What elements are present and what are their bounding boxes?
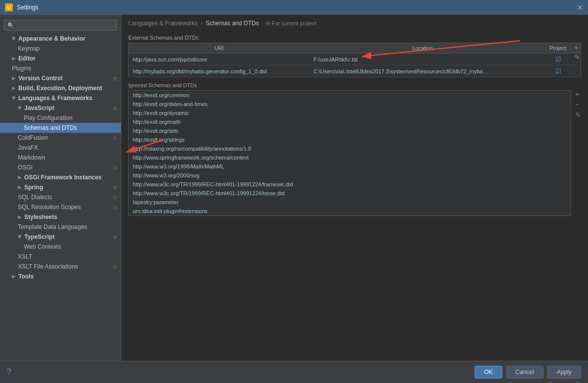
sidebar-item-javafx[interactable]: JavaFX — [0, 143, 121, 153]
arrow-icon: ▶ — [18, 215, 21, 219]
ignored-actions: + − ✎ — [575, 90, 581, 119]
sidebar-item-version-control[interactable]: ▶ Version Control ⊟ — [0, 73, 121, 83]
sidebar-item-editor[interactable]: ▶ Editor — [0, 54, 121, 63]
help-button[interactable]: ? — [7, 368, 11, 377]
apply-button[interactable]: Apply — [547, 366, 581, 379]
content-area: Languages & Frameworks › Schemas and DTD… — [121, 15, 588, 361]
sidebar-item-javascript[interactable]: ▶ JavaScript ⊟ — [0, 103, 121, 113]
sidebar-item-xslt[interactable]: XSLT — [0, 252, 121, 262]
copy-icon: ⊟ — [113, 135, 117, 141]
ext-location-1: F:\useJAR\tld\c.tld — [310, 54, 536, 65]
dialog-buttons: OK Cancel Apply — [475, 366, 581, 379]
arrow-icon: ▶ — [12, 76, 15, 81]
table-row[interactable]: http://mybatis.org/dtd/mybatis-generator… — [129, 65, 581, 77]
ignored-item[interactable]: http://exslt.org/dynamic — [129, 109, 571, 117]
sidebar-item-sql-dialects[interactable]: SQL Dialects ⊟ — [0, 192, 121, 202]
ignored-item[interactable]: http://exslt.org/dates-and-times — [129, 100, 571, 109]
arrow-icon: ▶ — [11, 37, 16, 41]
add-external-button[interactable]: + — [574, 44, 580, 52]
arrow-icon: ▶ — [17, 235, 22, 239]
edit-ignored-button[interactable]: ✎ — [575, 111, 581, 119]
search-box[interactable]: 🔍 — [4, 20, 117, 31]
sidebar-item-keymap[interactable]: Keymap — [0, 44, 121, 54]
ext-uri-2: http://mybatis.org/dtd/mybatis-generator… — [129, 65, 310, 77]
edit-external-button[interactable]: ✎ — [574, 53, 580, 61]
schemas-content: External Schemas and DTDs URI Location P… — [121, 30, 588, 361]
col-location: Location — [310, 43, 536, 54]
ext-uri-1: http://java.sun.com/jsp/jstl/core — [129, 54, 310, 65]
ignored-item[interactable]: http://exslt.org/sets — [129, 126, 571, 135]
breadcrumb-current: Schemas and DTDs — [206, 20, 259, 27]
close-button[interactable]: ✕ — [577, 3, 583, 11]
ignored-item[interactable]: http://www.w3.org/2000/svg — [129, 171, 571, 180]
cancel-button[interactable]: Cancel — [506, 366, 543, 379]
title-bar: U Settings ✕ — [0, 0, 588, 15]
arrow-icon: ▶ — [18, 175, 21, 180]
arrow-icon: ▶ — [12, 274, 15, 279]
ignored-section: Ignored Schemas and DTDs http://exslt.or… — [128, 82, 581, 216]
ignored-item[interactable]: http://exslt.org/common — [129, 91, 571, 100]
table-row[interactable]: http://java.sun.com/jsp/jstl/core F:\use… — [129, 54, 581, 65]
remove-ignored-button[interactable]: − — [575, 101, 581, 109]
sidebar-item-build[interactable]: ▶ Build, Execution, Deployment — [0, 83, 121, 93]
search-input[interactable] — [16, 22, 113, 29]
ignored-item[interactable]: http://www.w3.org/1998/Math/MathML — [129, 162, 571, 171]
breadcrumb-sep: › — [201, 20, 203, 27]
sidebar-item-web-contexts[interactable]: Web Contexts — [0, 242, 121, 252]
add-ignored-button[interactable]: + — [575, 90, 581, 99]
ignored-wrapper: http://exslt.org/common http://exslt.org… — [128, 90, 581, 216]
sidebar-item-markdown[interactable]: Markdown — [0, 153, 121, 163]
ignored-item[interactable]: http://www.w3c.org/TR/1999/REC-html401-1… — [129, 180, 571, 189]
ignored-section-label: Ignored Schemas and DTDs — [128, 82, 581, 88]
sidebar-item-coldfusion[interactable]: ColdFusion ⊟ — [0, 133, 121, 143]
project-tag: ⊟ For current project — [266, 20, 316, 27]
arrow-icon: ▶ — [11, 97, 16, 100]
copy-icon: ⊟ — [113, 76, 117, 81]
sidebar-item-schemas-dtds[interactable]: Schemas and DTDs ⊟ — [0, 123, 121, 133]
sidebar-item-appearance[interactable]: ▶ Appearance & Behavior — [0, 34, 121, 44]
sidebar-item-stylesheets[interactable]: ▶ Stylesheets — [0, 212, 121, 222]
sidebar-item-osgi-fw[interactable]: ▶ OSGi Framework Instances — [0, 172, 121, 182]
copy-icon: ⊟ — [113, 264, 117, 270]
title-bar-left: U Settings — [5, 3, 38, 11]
arrow-icon: ▶ — [12, 86, 15, 91]
copy-icon: ⊟ — [113, 205, 117, 210]
external-table: URI Location Project http://java.sun.com… — [128, 43, 581, 77]
copy-icon: ⊟ — [113, 234, 117, 240]
ok-button[interactable]: OK — [475, 366, 502, 379]
external-table-wrapper: URI Location Project http://java.sun.com… — [128, 43, 581, 77]
ext-project-2: ☑ — [535, 65, 581, 77]
ignored-item[interactable]: urn:idea:xslt-plugin#extensions — [129, 207, 571, 216]
arrow-icon: ▶ — [17, 107, 22, 110]
sidebar-item-languages[interactable]: ▶ Languages & Frameworks — [0, 93, 121, 103]
sidebar-item-typescript[interactable]: ▶ TypeScript ⊟ — [0, 232, 121, 242]
copy-icon: ⊟ — [113, 106, 117, 111]
main-container: 🔍 ▶ Appearance & Behavior Keymap ▶ Edito… — [0, 15, 588, 361]
copy-icon: ⊟ — [113, 195, 117, 200]
copy-icon: ⊟ — [113, 165, 117, 170]
checkbox-icon: ☑ — [555, 67, 561, 75]
ignored-item[interactable]: http://www.springframework.org/schema/co… — [129, 153, 571, 162]
sidebar-item-spring[interactable]: ▶ Spring ⊟ — [0, 182, 121, 192]
sidebar-item-template-data[interactable]: Template Data Languages — [0, 222, 121, 232]
breadcrumb-part1: Languages & Frameworks — [128, 20, 198, 27]
sidebar-item-osgi[interactable]: OSGi ⊟ — [0, 163, 121, 172]
app-icon: U — [5, 3, 13, 11]
ignored-item[interactable]: http://relaxng.org/ns/compatibility/anno… — [129, 144, 571, 153]
window-title: Settings — [17, 4, 38, 11]
sidebar-item-xslt-file-assoc[interactable]: XSLT File Associations ⊟ — [0, 262, 121, 272]
sidebar-item-tools[interactable]: ▶ Tools — [0, 272, 121, 281]
ext-table-actions: + ✎ — [573, 43, 581, 62]
checkbox-icon: ☑ — [555, 55, 561, 63]
sidebar-item-play-config[interactable]: Play Configuration — [0, 113, 121, 123]
arrow-icon: ▶ — [18, 185, 21, 190]
ignored-item[interactable]: http://www.w3c.org/TR/1999/REC-html401-1… — [129, 189, 571, 198]
bottom-bar: ? OK Cancel Apply — [0, 361, 588, 383]
col-uri: URI — [129, 43, 310, 54]
external-section-label: External Schemas and DTDs — [128, 35, 581, 41]
ignored-item[interactable]: http://exslt.org/math — [129, 117, 571, 126]
sidebar-item-plugins[interactable]: Plugins — [0, 63, 121, 73]
sidebar-item-sql-resolution[interactable]: SQL Resolution Scopes ⊟ — [0, 202, 121, 212]
ignored-item[interactable]: tapestry:parameter — [129, 198, 571, 207]
ignored-item[interactable]: http://exslt.org/strings — [129, 135, 571, 144]
